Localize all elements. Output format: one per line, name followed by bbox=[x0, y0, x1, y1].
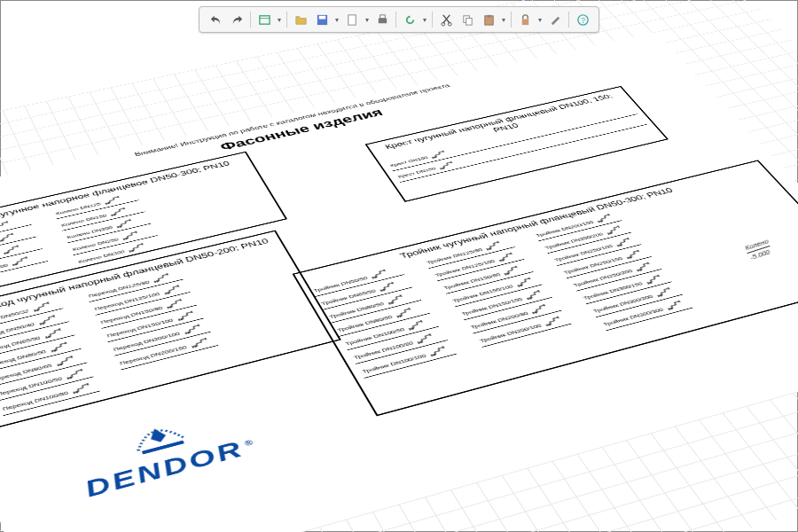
fitting-icon bbox=[64, 367, 91, 382]
fitting-icon bbox=[393, 306, 420, 320]
fitting-icon bbox=[602, 224, 629, 237]
brand-logo: DENDOR® bbox=[66, 400, 262, 503]
viewport[interactable]: Внимание! Инструкция по работе с каталог… bbox=[1, 1, 797, 531]
fitting-icon bbox=[612, 236, 638, 249]
save-button[interactable] bbox=[311, 10, 332, 29]
lock-dropdown[interactable]: ▾ bbox=[536, 10, 544, 29]
redo-button[interactable] bbox=[226, 10, 247, 29]
fitting-icon bbox=[30, 300, 57, 314]
print-button[interactable] bbox=[372, 10, 393, 29]
svg-rect-0 bbox=[259, 15, 269, 23]
catalog-dropdown[interactable]: ▾ bbox=[275, 10, 284, 29]
fitting-icon bbox=[151, 271, 177, 285]
svg-rect-4 bbox=[378, 18, 386, 23]
help-button[interactable]: ? bbox=[572, 10, 593, 29]
fitting-icon bbox=[500, 264, 527, 278]
fitting-icon bbox=[102, 194, 127, 207]
settings-button[interactable] bbox=[544, 10, 566, 29]
fitting-icon bbox=[541, 315, 568, 329]
lock-button[interactable] bbox=[514, 10, 536, 29]
fitting-icon bbox=[653, 286, 680, 299]
fitting-icon bbox=[384, 293, 411, 307]
fitting-icon bbox=[163, 297, 190, 311]
fitting-icon bbox=[0, 231, 20, 244]
fitting-icon bbox=[113, 217, 139, 230]
refresh-dropdown[interactable]: ▾ bbox=[420, 10, 429, 29]
refresh-button[interactable] bbox=[399, 10, 420, 29]
fitting-icon bbox=[436, 160, 461, 171]
fitting-icon bbox=[642, 273, 669, 286]
open-button[interactable] bbox=[290, 10, 311, 29]
fitting-icon bbox=[181, 323, 208, 337]
svg-text:?: ? bbox=[581, 16, 585, 25]
fitting-icon bbox=[428, 148, 453, 160]
fitting-icon bbox=[632, 261, 659, 274]
new-button[interactable] bbox=[341, 10, 363, 29]
fitting-icon bbox=[426, 344, 455, 359]
fitting-icon bbox=[160, 283, 187, 296]
save-dropdown[interactable]: ▾ bbox=[332, 10, 341, 29]
fitting-icon bbox=[405, 318, 433, 332]
fitting-icon bbox=[108, 206, 133, 218]
app-window: ▾ ▾ ▾ ▾ ▾ ▾ ? bbox=[0, 0, 798, 532]
fitting-icon bbox=[48, 340, 75, 354]
svg-rect-11 bbox=[487, 14, 490, 17]
fitting-icon bbox=[622, 248, 648, 262]
fitting-icon bbox=[593, 212, 619, 224]
fitting-icon bbox=[495, 251, 521, 264]
fitting-icon bbox=[522, 288, 550, 301]
fitting-icon bbox=[662, 299, 690, 313]
cut-button[interactable] bbox=[435, 10, 457, 29]
elbow-col1: Колено DN50Колено DN65Колено DN80Колено … bbox=[0, 216, 53, 295]
fitting-icon bbox=[0, 244, 26, 257]
svg-rect-2 bbox=[318, 15, 325, 19]
fitting-icon bbox=[120, 230, 145, 242]
paste-dropdown[interactable]: ▾ bbox=[499, 10, 508, 29]
paste-button[interactable] bbox=[478, 10, 499, 29]
fitting-icon bbox=[174, 309, 200, 324]
fitting-icon bbox=[413, 332, 441, 346]
fitting-icon bbox=[10, 254, 35, 268]
fitting-icon bbox=[188, 336, 215, 350]
svg-rect-12 bbox=[521, 19, 528, 25]
fitting-icon bbox=[70, 381, 98, 396]
svg-rect-9 bbox=[466, 18, 472, 25]
svg-rect-5 bbox=[379, 14, 385, 18]
svg-rect-3 bbox=[348, 14, 355, 24]
fitting-icon bbox=[42, 326, 68, 340]
fitting-icon bbox=[528, 302, 555, 317]
fitting-icon bbox=[512, 276, 539, 289]
new-dropdown[interactable]: ▾ bbox=[363, 10, 372, 29]
copy-button[interactable] bbox=[457, 10, 478, 29]
section-tee: Тройник чугунный напорный фланцевый DN50… bbox=[292, 160, 798, 416]
fitting-icon bbox=[0, 220, 15, 232]
catalog-button[interactable] bbox=[254, 10, 275, 29]
coupling-col1: Переход DN50/32Переход DN50/40Переход DN… bbox=[0, 299, 100, 416]
fitting-icon bbox=[36, 313, 63, 327]
fitting-icon bbox=[376, 280, 403, 293]
fitting-icon bbox=[53, 354, 81, 369]
coupling-col2: Переход DN125/80Переход DN125/100Переход… bbox=[85, 270, 225, 385]
main-toolbar: ▾ ▾ ▾ ▾ ▾ ▾ ? bbox=[199, 6, 599, 33]
fitting-icon bbox=[368, 268, 395, 281]
fitting-icon bbox=[126, 241, 152, 254]
fitting-icon bbox=[482, 239, 509, 253]
undo-button[interactable] bbox=[205, 10, 226, 29]
